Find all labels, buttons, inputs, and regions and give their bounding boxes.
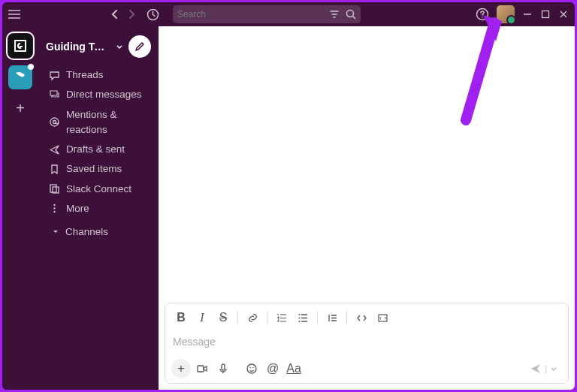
close-button[interactable] [558, 9, 569, 20]
actions-toolbar: + @ Aa | [165, 354, 568, 383]
divider [237, 311, 238, 324]
sidebar-item-label: Direct messages [66, 87, 142, 102]
channels-label: Channels [65, 226, 108, 237]
sidebar-item-label: More [66, 201, 89, 216]
sidebar-item-more[interactable]: More [38, 199, 159, 219]
send-button[interactable]: | [525, 360, 562, 378]
emoji-button[interactable] [242, 359, 261, 378]
svg-point-20 [252, 367, 254, 369]
italic-button[interactable]: I [192, 308, 212, 327]
sidebar-item-threads[interactable]: Threads [38, 65, 159, 85]
divider [267, 311, 267, 324]
compose-button[interactable] [128, 35, 151, 58]
svg-point-19 [249, 367, 251, 369]
maximize-button[interactable] [540, 9, 551, 20]
workspace-rail: + [2, 26, 38, 390]
sidebar-item-label: Slack Connect [66, 182, 131, 197]
sidebar-item-label: Threads [66, 68, 104, 83]
workspace-icon-1[interactable] [8, 34, 32, 58]
sidebar-item-drafts[interactable]: Drafts & sent [38, 140, 159, 159]
svg-point-3 [482, 17, 483, 18]
attach-button[interactable]: + [171, 359, 191, 378]
formatting-toolbar: B I S [165, 303, 568, 332]
help-icon[interactable] [476, 8, 489, 21]
sidebar: Guiding Tec... Threads Direct messages M… [38, 26, 159, 390]
svg-point-13 [298, 317, 300, 318]
svg-rect-16 [198, 366, 204, 372]
blockquote-button[interactable] [322, 308, 342, 327]
workspace-icon-2[interactable] [8, 65, 32, 89]
codeblock-button[interactable] [373, 308, 392, 327]
sidebar-item-dms[interactable]: Direct messages [38, 85, 159, 104]
sidebar-item-saved[interactable]: Saved items [38, 159, 159, 179]
sidebar-item-mentions[interactable]: Mentions & reactions [38, 105, 159, 140]
svg-rect-7 [50, 185, 56, 192]
divider [317, 311, 318, 324]
sidebar-item-connect[interactable]: Slack Connect [38, 179, 159, 199]
mention-button[interactable]: @ [263, 359, 282, 378]
svg-point-14 [298, 321, 300, 322]
sidebar-item-label: Drafts & sent [66, 142, 125, 157]
minimize-button[interactable] [522, 9, 533, 20]
back-button[interactable] [109, 8, 121, 20]
svg-point-10 [53, 208, 55, 210]
audio-button[interactable] [213, 359, 233, 378]
svg-point-1 [347, 11, 354, 17]
svg-point-18 [247, 364, 256, 373]
svg-point-5 [50, 118, 59, 126]
titlebar [2, 2, 575, 26]
code-button[interactable] [352, 308, 371, 327]
history-icon[interactable] [147, 8, 159, 21]
chevron-down-icon[interactable] [115, 42, 124, 51]
svg-rect-17 [222, 364, 225, 370]
channels-section[interactable]: Channels [38, 219, 159, 240]
avatar[interactable] [497, 5, 515, 23]
filter-icon[interactable] [329, 9, 340, 20]
forward-button[interactable] [125, 8, 137, 20]
main-content: B I S + [159, 26, 575, 390]
video-button[interactable] [192, 359, 212, 378]
bold-button[interactable]: B [171, 308, 191, 327]
menu-icon[interactable] [8, 10, 20, 19]
search-input-container[interactable] [173, 5, 361, 23]
link-button[interactable] [243, 308, 262, 327]
sidebar-item-label: Saved items [66, 161, 122, 176]
svg-point-9 [53, 204, 55, 206]
message-composer: B I S + [165, 303, 569, 384]
svg-point-12 [298, 314, 300, 315]
svg-point-11 [53, 211, 55, 213]
divider [346, 311, 347, 324]
svg-rect-4 [542, 11, 549, 18]
strike-button[interactable]: S [213, 308, 233, 327]
bullet-list-button[interactable] [293, 308, 313, 327]
ordered-list-button[interactable] [272, 308, 292, 327]
message-area [159, 26, 575, 297]
sidebar-item-label: Mentions & reactions [66, 107, 151, 138]
add-workspace-button[interactable]: + [16, 100, 25, 117]
search-icon[interactable] [346, 9, 356, 20]
message-input[interactable] [173, 336, 560, 348]
workspace-name[interactable]: Guiding Tec... [46, 41, 110, 53]
format-button[interactable]: Aa [284, 359, 304, 378]
